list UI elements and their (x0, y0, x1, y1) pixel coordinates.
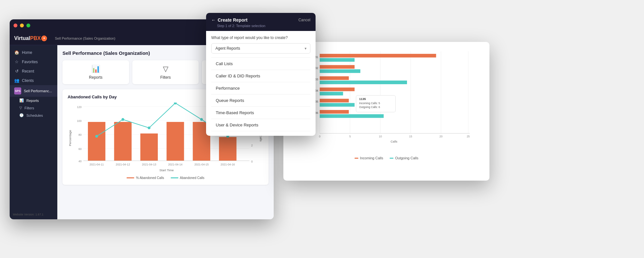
sidebar-reports-label: Reports (26, 99, 39, 103)
modal-question: What type of report would you like to cr… (211, 35, 310, 40)
close-dot[interactable] (14, 24, 17, 27)
bar-2[interactable] (140, 134, 158, 161)
svg-text:2021-04-11: 2021-04-11 (90, 163, 104, 166)
hbar-legend: Incoming Calls Outgoing Calls (290, 156, 483, 160)
modal-body: What type of report would you like to cr… (206, 31, 316, 136)
cancel-button[interactable]: Cancel (298, 18, 310, 22)
action-card-filters[interactable]: ▽ Filters (132, 60, 199, 84)
sidebar-item-sps[interactable]: SPS Sell Performanc... (10, 85, 57, 97)
sidebar-item-favorites[interactable]: ☆ Favorites (10, 57, 57, 66)
sidebar-sub-schedules[interactable]: 🕐 Schedules (10, 112, 57, 119)
sidebar-item-home[interactable]: 🏠 Home (10, 48, 57, 57)
svg-text:2: 2 (251, 144, 253, 147)
filters-card-icon: ▽ (137, 65, 194, 73)
chart-title: Abandoned Calls by Day (68, 94, 117, 99)
modal-header-top: ← Create Report Cancel (211, 17, 310, 23)
report-type-list: Call Lists Caller ID & DID Reports Perfo… (211, 57, 310, 131)
list-item-call-lists[interactable]: Call Lists (211, 58, 310, 70)
legend-calls-label: Abandoned Calls (180, 176, 204, 180)
svg-point-13 (121, 118, 124, 121)
bar-1134-outgoing[interactable] (320, 92, 343, 95)
logo-virtual-text: Virtual (14, 35, 30, 41)
report-type-select[interactable]: Agent Reports Call Lists Caller ID & DID… (211, 43, 310, 54)
incoming-legend-label: Incoming Calls (360, 156, 383, 160)
sidebar-sps-label: Sell Performanc... (24, 89, 52, 93)
reports-card-label: Reports (67, 75, 125, 80)
legend-calls-color (171, 177, 178, 178)
modal-step-label: Step 1 of 2: Template selection (211, 24, 310, 28)
list-item-caller-id[interactable]: Caller ID & DID Reports (211, 70, 310, 82)
maximize-dot[interactable] (26, 24, 30, 27)
minimize-dot[interactable] (20, 24, 24, 27)
action-card-reports[interactable]: 📊 Reports (62, 60, 129, 84)
back-button[interactable]: ← Create Report (211, 17, 248, 23)
app-logo: Virtual PBX ✦ (10, 35, 52, 41)
svg-text:60: 60 (79, 147, 82, 151)
legend-pct-abandoned: % Abandoned Calls (127, 176, 164, 180)
create-report-modal: ← Create Report Cancel Step 1 of 2: Temp… (206, 13, 316, 136)
bar-1136-incoming[interactable] (320, 110, 349, 114)
bar-0[interactable] (88, 122, 105, 161)
svg-text:80: 80 (79, 133, 82, 136)
svg-text:Percentage: Percentage (68, 130, 72, 146)
svg-point-12 (95, 135, 98, 138)
logo-pbx-text: PBX (30, 35, 41, 41)
list-item-user-device[interactable]: User & Device Reports (211, 119, 310, 131)
sidebar-filters-label: Filters (24, 106, 34, 110)
list-item-queue-reports[interactable]: Queue Reports (211, 94, 310, 107)
bar-1132-incoming[interactable] (320, 65, 355, 69)
sidebar-item-recent[interactable]: ↺ Recent (10, 66, 57, 76)
sidebar-recent-label: Recent (22, 69, 34, 74)
hbar-legend-outgoing: Outgoing Calls (390, 156, 418, 160)
bar-1133-outgoing[interactable] (320, 81, 407, 84)
bar-1134-incoming[interactable] (320, 87, 355, 91)
outgoing-legend-color (390, 158, 393, 159)
hbar-chart-svg: User Number 0 5 10 15 20 25 Calls 1131 1… (290, 48, 483, 152)
svg-text:Incoming Calls: 5: Incoming Calls: 5 (359, 102, 380, 105)
back-arrow-icon: ← (211, 17, 216, 23)
bar-1131-outgoing[interactable] (320, 58, 355, 62)
bar-1135-incoming[interactable] (320, 99, 349, 102)
bar-1133-incoming[interactable] (320, 76, 349, 80)
bar-3[interactable] (166, 122, 184, 161)
filters-card-label: Filters (137, 75, 194, 80)
legend-pct-color (127, 177, 134, 178)
sidebar-sub-filters[interactable]: ▽ Filters (10, 104, 57, 112)
schedules-icon: 🕐 (19, 113, 24, 117)
sidebar-sub-reports[interactable]: 📊 Reports (10, 97, 57, 104)
svg-text:2021-04-14: 2021-04-14 (168, 163, 183, 166)
svg-text:40: 40 (79, 160, 82, 163)
recent-icon: ↺ (14, 69, 19, 74)
sidebar: 🏠 Home ☆ Favorites ↺ Recent 👥 Clients SP… (10, 45, 57, 219)
clients-icon: 👥 (14, 78, 19, 83)
sidebar-item-clients[interactable]: 👥 Clients (10, 76, 57, 85)
logo-icon: ✦ (41, 35, 47, 41)
bar-5[interactable] (219, 137, 236, 161)
legend-abandoned-calls: Abandoned Calls (171, 176, 204, 180)
legend-pct-label: % Abandoned Calls (136, 176, 164, 180)
bar-1136-outgoing[interactable] (320, 114, 384, 118)
list-item-performance[interactable]: Performance (211, 82, 310, 94)
svg-text:2021-04-13: 2021-04-13 (142, 163, 156, 166)
svg-text:10: 10 (379, 135, 382, 138)
bar-1132-outgoing[interactable] (320, 69, 360, 73)
bar-1135-outgoing[interactable] (320, 103, 355, 106)
list-item-time-based[interactable]: Time-Based Reports (211, 107, 310, 119)
outgoing-legend-label: Outgoing Calls (395, 156, 418, 160)
svg-text:Start Time: Start Time (159, 168, 174, 172)
sidebar-home-label: Home (22, 50, 32, 55)
svg-text:0: 0 (251, 160, 253, 163)
svg-text:100: 100 (77, 119, 82, 123)
bar-1131-incoming[interactable] (320, 54, 436, 57)
svg-text:2021-04-15: 2021-04-15 (194, 163, 209, 166)
modal-header: ← Create Report Cancel Step 1 of 2: Temp… (206, 13, 316, 31)
svg-point-14 (148, 126, 151, 129)
filters-icon: ▽ (19, 106, 22, 110)
sps-badge: SPS (14, 87, 21, 94)
version-label: Website Version: 1.67.1 (13, 213, 43, 216)
svg-text:5: 5 (349, 135, 351, 138)
svg-text:Outgoing Calls: 6: Outgoing Calls: 6 (359, 105, 380, 109)
modal-title: Create Report (218, 17, 248, 23)
svg-text:120: 120 (77, 105, 82, 109)
bar-1[interactable] (114, 122, 131, 161)
